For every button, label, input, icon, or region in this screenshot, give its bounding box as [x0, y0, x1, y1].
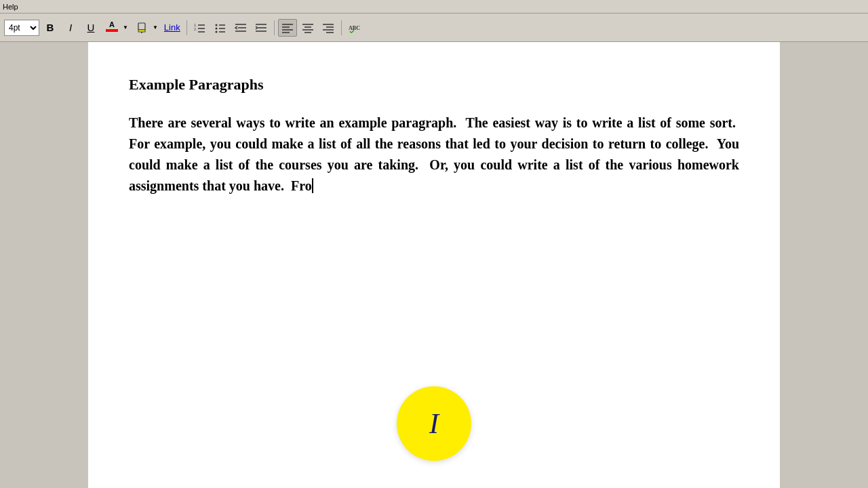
align-center-icon	[302, 22, 314, 34]
bold-button[interactable]: B	[41, 19, 60, 37]
ordered-list-icon: 1. 2.	[194, 22, 206, 34]
outdent-button[interactable]	[231, 19, 250, 37]
document-paragraph: There are several ways to write an examp…	[129, 113, 739, 197]
unordered-list-icon	[214, 22, 226, 34]
svg-point-9	[215, 27, 217, 29]
cursor-indicator: I	[397, 386, 471, 461]
font-color-arrow-icon[interactable]: ▼	[121, 24, 130, 30]
left-margin	[0, 42, 88, 488]
document-title: Example Paragraphs	[129, 76, 739, 94]
document-page[interactable]: Example Paragraphs There are several way…	[88, 42, 780, 488]
link-button[interactable]: Link	[161, 22, 183, 33]
align-left-icon	[281, 22, 294, 34]
svg-text:ABC: ABC	[349, 24, 360, 30]
text-cursor	[312, 178, 313, 193]
right-margin	[780, 42, 868, 488]
svg-text:2.: 2.	[194, 27, 197, 31]
separator-2	[274, 20, 275, 35]
ordered-list-button[interactable]: 1. 2.	[191, 19, 210, 37]
svg-point-8	[215, 24, 217, 26]
underline-button[interactable]: U	[81, 19, 100, 37]
toolbar: 4pt B I U A ▼ ▼ Link 1. 2.	[0, 14, 868, 42]
align-right-icon	[322, 22, 334, 34]
font-color-label: A	[109, 21, 115, 28]
unordered-list-button[interactable]	[211, 19, 230, 37]
svg-point-10	[215, 30, 217, 33]
highlight-button[interactable]	[132, 19, 151, 37]
font-color-bar	[106, 29, 118, 32]
font-color-dropdown[interactable]: A ▼	[102, 18, 130, 37]
highlight-color-dropdown[interactable]: ▼	[132, 18, 160, 37]
highlight-color-arrow-icon[interactable]: ▼	[151, 24, 159, 30]
separator-1	[186, 20, 187, 35]
menu-bar: Help	[0, 0, 868, 14]
svg-rect-1	[138, 30, 145, 32]
content-area: Example Paragraphs There are several way…	[0, 42, 868, 488]
menu-item-help[interactable]: Help	[3, 3, 18, 11]
font-size-select[interactable]: 4pt	[4, 20, 39, 36]
i-beam-icon: I	[429, 407, 439, 440]
highlighter-icon	[136, 22, 148, 34]
separator-3	[341, 20, 342, 35]
align-center-button[interactable]	[298, 19, 317, 37]
italic-button[interactable]: I	[61, 19, 80, 37]
align-right-button[interactable]	[319, 19, 338, 37]
indent-icon	[255, 22, 267, 34]
align-left-button[interactable]	[278, 19, 297, 37]
outdent-icon	[235, 22, 247, 34]
font-color-button[interactable]: A	[102, 19, 121, 37]
indent-button[interactable]	[252, 19, 271, 37]
svg-rect-0	[138, 23, 145, 30]
spellcheck-icon: ABC	[349, 22, 361, 34]
spellcheck-button[interactable]: ABC	[345, 19, 364, 37]
